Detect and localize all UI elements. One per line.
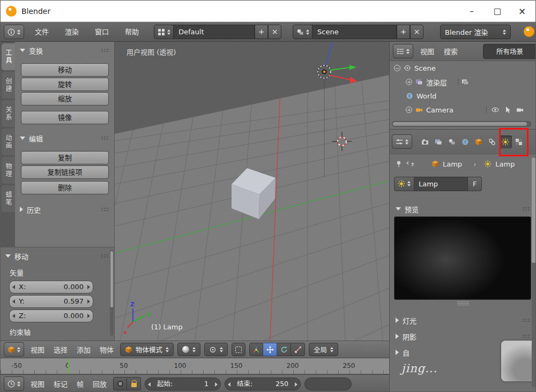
menu-render[interactable]: 渲染: [65, 22, 79, 42]
render-engine-dropdown[interactable]: Blender 渲染: [440, 25, 511, 39]
tab-animation[interactable]: 动画: [2, 129, 15, 155]
screen-layout-remove-button[interactable]: ×: [268, 25, 281, 39]
panel-header-preview[interactable]: 预览: [390, 202, 536, 215]
select-menu[interactable]: 选择: [51, 344, 70, 355]
translate-manipulator-button[interactable]: [263, 343, 277, 356]
keying-set-lock-button[interactable]: [127, 377, 141, 390]
editor-type-timeline-button[interactable]: [4, 376, 24, 391]
minimize-button[interactable]: –: [459, 1, 484, 22]
timeline-ruler[interactable]: -50 0 50 100 150 200 250: [1, 358, 389, 374]
tab-relations[interactable]: 关系: [2, 100, 15, 127]
manipulator-toggle-button[interactable]: [249, 343, 263, 356]
screen-layout-add-button[interactable]: +: [255, 25, 268, 39]
outliner-search-menu[interactable]: 搜索: [441, 46, 460, 56]
3d-viewport[interactable]: Z Y x 用户视图 (透视) (1) Lamp: [115, 42, 389, 341]
vector-z-field[interactable]: Z: 0.000: [9, 310, 93, 322]
tab-object[interactable]: [472, 135, 485, 148]
collapse-disc-icon[interactable]: [394, 65, 400, 71]
preview-resize-grip-icon[interactable]: [457, 301, 469, 305]
editor-type-outliner-button[interactable]: [393, 44, 413, 58]
menu-window[interactable]: 窗口: [95, 22, 109, 42]
editor-type-3dview-button[interactable]: [4, 342, 24, 357]
pin-icon[interactable]: [395, 160, 403, 168]
rotate-manipulator-button[interactable]: [277, 343, 291, 356]
decrement-arrow-icon[interactable]: [228, 382, 230, 387]
decrement-arrow-icon[interactable]: [12, 285, 15, 289]
vector-y-field[interactable]: Y: 0.597: [9, 295, 93, 308]
fake-user-button[interactable]: F: [468, 177, 482, 191]
panel-header-transform[interactable]: 变换: [15, 44, 114, 57]
increment-arrow-icon[interactable]: [215, 382, 218, 387]
renderable-toggle-icon[interactable]: [461, 78, 469, 86]
move-button[interactable]: 移动: [21, 63, 109, 77]
increment-arrow-icon[interactable]: [87, 314, 90, 318]
panel-header-lamp[interactable]: 灯光: [390, 314, 536, 327]
scene-browse-button[interactable]: [293, 25, 313, 39]
panel-header-edit[interactable]: 编辑: [15, 132, 114, 145]
tab-physics[interactable]: 物理: [2, 157, 15, 184]
menu-help[interactable]: 帮助: [125, 22, 139, 42]
vector-x-field[interactable]: X: 0.000: [9, 281, 93, 293]
pivot-dropdown[interactable]: [204, 343, 228, 356]
breadcrumb-data-name[interactable]: Lamp: [495, 160, 515, 168]
renderable-camera-icon[interactable]: [516, 106, 524, 114]
expand-disc-icon[interactable]: [406, 107, 412, 113]
scale-manipulator-button[interactable]: [291, 343, 305, 356]
current-frame-indicator[interactable]: [68, 358, 69, 374]
mode-dropdown[interactable]: 物体模式: [120, 343, 174, 356]
editor-type-info-button[interactable]: [4, 25, 24, 39]
maximize-button[interactable]: □: [485, 1, 510, 22]
decrement-arrow-icon[interactable]: [12, 299, 15, 304]
outliner-view-menu[interactable]: 视图: [418, 46, 437, 56]
tab-constraints[interactable]: [486, 135, 498, 148]
tab-greasepencil[interactable]: 蜡笔: [2, 185, 15, 212]
delete-button[interactable]: 删除: [21, 181, 109, 194]
lamp-datablock-browse-button[interactable]: [394, 177, 414, 191]
decrement-arrow-icon[interactable]: [12, 314, 15, 318]
current-frame-field[interactable]: [304, 378, 352, 390]
decrement-arrow-icon[interactable]: [148, 382, 151, 387]
timeline-marker-menu[interactable]: 标记: [51, 379, 70, 389]
scene-name-field[interactable]: Scene: [312, 25, 397, 39]
tab-create[interactable]: 创建: [2, 72, 15, 99]
breadcrumb-object-name[interactable]: Lamp: [443, 160, 462, 168]
scene-add-button[interactable]: +: [397, 25, 410, 39]
view-menu[interactable]: 视图: [28, 344, 47, 355]
duplicate-button[interactable]: 复制: [21, 151, 109, 164]
tab-scene[interactable]: [445, 135, 458, 148]
timeline-view-menu[interactable]: 视图: [28, 379, 47, 389]
menu-file[interactable]: 文件: [35, 22, 49, 42]
increment-arrow-icon[interactable]: [87, 299, 90, 304]
lamp-name-field[interactable]: Lamp: [414, 177, 468, 191]
outliner-row-world[interactable]: World: [390, 89, 536, 103]
display-filter-dropdown[interactable]: 所有场景: [483, 44, 536, 59]
snap-button[interactable]: [232, 343, 245, 356]
close-button[interactable]: ×: [510, 1, 534, 22]
editor-type-properties-button[interactable]: [392, 134, 412, 149]
properties-scrollbar[interactable]: [532, 157, 535, 387]
add-menu[interactable]: 添加: [74, 344, 93, 355]
screen-layout-browse-button[interactable]: [154, 25, 174, 39]
rotate-button[interactable]: 旋转: [21, 78, 109, 91]
screen-layout-name-field[interactable]: Default: [173, 25, 255, 39]
tab-render[interactable]: [419, 135, 431, 148]
selectable-cursor-icon[interactable]: [504, 106, 511, 114]
object-menu[interactable]: 物体: [97, 344, 116, 355]
shading-dropdown[interactable]: [177, 343, 200, 356]
frame-end-field[interactable]: 结束: 250: [225, 378, 301, 390]
timeline-playback-menu[interactable]: 回放: [90, 379, 109, 389]
timeline-frame-menu[interactable]: 帧: [74, 379, 86, 389]
auto-keyframe-record-button[interactable]: [113, 377, 127, 390]
orientation-dropdown[interactable]: 全局: [309, 343, 338, 356]
scale-button[interactable]: 缩放: [21, 92, 109, 105]
outliner-row-renderlayers[interactable]: 渲染层: [390, 75, 536, 89]
increment-arrow-icon[interactable]: [87, 285, 90, 289]
panel-header-history[interactable]: 历史: [15, 203, 114, 216]
increment-arrow-icon[interactable]: [295, 382, 297, 387]
tab-tools[interactable]: 工具: [2, 43, 15, 70]
tab-texture[interactable]: [512, 135, 525, 148]
tab-world[interactable]: [459, 135, 472, 148]
outliner-hscrollbar[interactable]: [392, 121, 531, 127]
outliner-row-camera[interactable]: Camera: [390, 103, 536, 117]
outliner-row-scene[interactable]: Scene: [390, 61, 536, 75]
